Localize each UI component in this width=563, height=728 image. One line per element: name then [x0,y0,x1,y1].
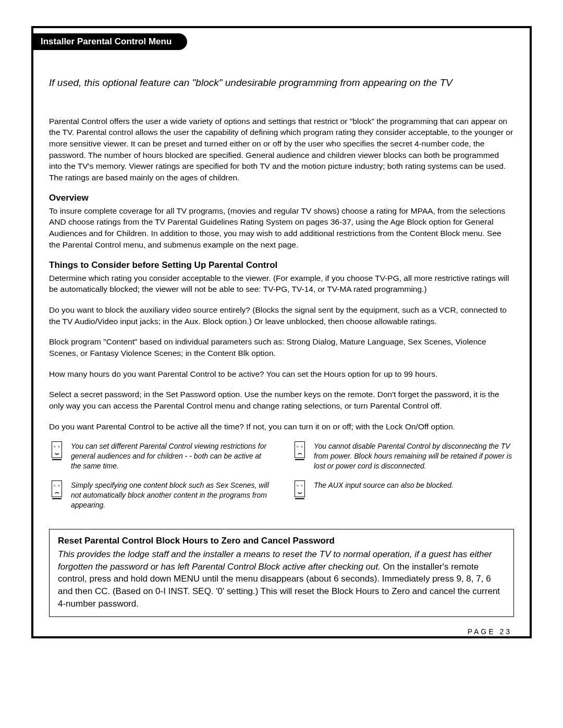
intro-text: If used, this optional feature can "bloc… [49,76,514,90]
tip-text: You can set different Parental Control v… [71,441,271,471]
tip-row: ◦ ◦⌢ You cannot disable Parental Control… [292,441,514,471]
frown-face-icon: ◦ ◦⌢ [292,441,308,460]
things-p4: How many hours do you want Parental Cont… [49,368,514,380]
page-number: PAGE 23 [49,627,514,636]
things-p2: Do you want to block the auxiliary video… [49,304,514,327]
tip-row: ◦ ◦⌢ Simply specifying one content block… [49,480,271,510]
tip-text: Simply specifying one content block such… [71,480,271,510]
tip-text: You cannot disable Parental Control by d… [314,441,514,471]
things-p1: Determine which rating you consider acce… [49,273,514,295]
tips-section: ◦ ◦⌣ You can set different Parental Cont… [49,441,514,519]
overview-paragraph: To insure complete coverage for all TV p… [49,205,514,251]
things-p3: Block program "Content" based on individ… [49,336,514,359]
smile-face-icon: ◦ ◦⌣ [49,441,65,460]
overview-heading: Overview [49,193,514,203]
page-frame: Installer Parental Control Menu If used,… [31,26,532,638]
things-heading: Things to Consider before Setting Up Par… [49,260,514,270]
tip-row: ◦ ◦⌣ You can set different Parental Cont… [49,441,271,471]
smile-face-icon: ◦ ◦⌣ [292,480,308,499]
reset-box: Reset Parental Control Block Hours to Ze… [49,529,514,617]
tip-row: ◦ ◦⌣ The AUX input source can also be bl… [292,480,514,499]
reset-heading: Reset Parental Control Block Hours to Ze… [58,536,505,546]
frown-face-icon: ◦ ◦⌢ [49,480,65,499]
intro-paragraph: Parental Control offers the user a wide … [49,116,514,183]
section-tab: Installer Parental Control Menu [33,33,187,50]
things-p5: Select a secret password; in the Set Pas… [49,389,514,411]
things-p6: Do you want Parental Control to be activ… [49,421,514,433]
tip-text: The AUX input source can also be blocked… [314,480,454,490]
